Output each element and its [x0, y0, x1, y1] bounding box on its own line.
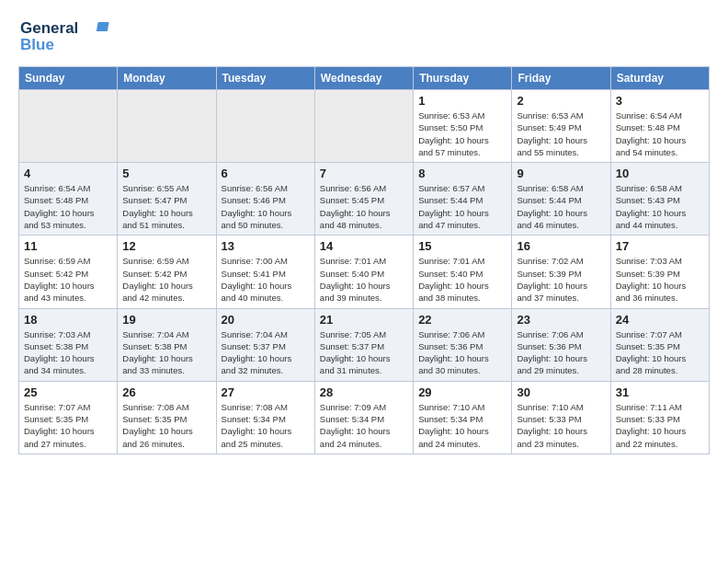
day-info: Sunrise: 6:53 AM Sunset: 5:49 PM Dayligh…	[517, 109, 605, 158]
day-info: Sunrise: 7:03 AM Sunset: 5:38 PM Dayligh…	[24, 328, 112, 377]
calendar-day-23: 23Sunrise: 7:06 AM Sunset: 5:36 PM Dayli…	[512, 308, 610, 381]
calendar-day-7: 7Sunrise: 6:56 AM Sunset: 5:45 PM Daylig…	[314, 163, 413, 236]
day-number: 19	[122, 313, 210, 327]
calendar-day-11: 11Sunrise: 6:59 AM Sunset: 5:42 PM Dayli…	[19, 236, 118, 308]
day-info: Sunrise: 7:08 AM Sunset: 5:35 PM Dayligh…	[122, 401, 210, 450]
day-info: Sunrise: 6:55 AM Sunset: 5:47 PM Dayligh…	[122, 182, 210, 231]
day-number: 28	[320, 385, 408, 399]
day-number: 14	[320, 239, 408, 253]
calendar-day-30: 30Sunrise: 7:10 AM Sunset: 5:33 PM Dayli…	[512, 381, 610, 454]
day-number: 26	[122, 385, 210, 399]
calendar-week-row: 18Sunrise: 7:03 AM Sunset: 5:38 PM Dayli…	[19, 308, 710, 381]
day-number: 20	[222, 313, 310, 327]
logo-text: General Blue	[18, 15, 119, 59]
weekday-header-tuesday: Tuesday	[216, 67, 314, 90]
calendar-day-empty	[314, 90, 413, 163]
day-number: 16	[517, 239, 605, 253]
day-info: Sunrise: 6:54 AM Sunset: 5:48 PM Dayligh…	[24, 182, 112, 231]
logo: General Blue	[18, 15, 119, 59]
calendar-week-row: 4Sunrise: 6:54 AM Sunset: 5:48 PM Daylig…	[19, 163, 710, 236]
day-number: 1	[418, 94, 506, 108]
calendar-day-3: 3Sunrise: 6:54 AM Sunset: 5:48 PM Daylig…	[610, 90, 709, 163]
day-number: 15	[418, 239, 506, 253]
day-info: Sunrise: 7:01 AM Sunset: 5:40 PM Dayligh…	[418, 255, 506, 304]
day-number: 17	[616, 239, 704, 253]
calendar-day-27: 27Sunrise: 7:08 AM Sunset: 5:34 PM Dayli…	[216, 381, 314, 454]
day-info: Sunrise: 6:58 AM Sunset: 5:43 PM Dayligh…	[616, 182, 704, 231]
calendar-week-row: 25Sunrise: 7:07 AM Sunset: 5:35 PM Dayli…	[19, 381, 710, 454]
day-number: 13	[222, 239, 310, 253]
day-number: 8	[418, 167, 506, 180]
calendar-day-19: 19Sunrise: 7:04 AM Sunset: 5:38 PM Dayli…	[118, 308, 216, 381]
day-info: Sunrise: 7:02 AM Sunset: 5:39 PM Dayligh…	[517, 255, 605, 304]
calendar-day-5: 5Sunrise: 6:55 AM Sunset: 5:47 PM Daylig…	[118, 163, 216, 236]
day-info: Sunrise: 6:56 AM Sunset: 5:45 PM Dayligh…	[320, 182, 408, 231]
day-number: 12	[122, 239, 210, 253]
calendar-day-28: 28Sunrise: 7:09 AM Sunset: 5:34 PM Dayli…	[314, 381, 413, 454]
day-info: Sunrise: 7:06 AM Sunset: 5:36 PM Dayligh…	[418, 328, 506, 377]
day-number: 23	[517, 313, 605, 327]
calendar-day-22: 22Sunrise: 7:06 AM Sunset: 5:36 PM Dayli…	[414, 308, 512, 381]
calendar-table: SundayMondayTuesdayWednesdayThursdayFrid…	[18, 66, 710, 454]
calendar-day-24: 24Sunrise: 7:07 AM Sunset: 5:35 PM Dayli…	[610, 308, 709, 381]
weekday-header-monday: Monday	[118, 67, 216, 90]
svg-text:Blue: Blue	[20, 36, 54, 53]
calendar-week-row: 11Sunrise: 6:59 AM Sunset: 5:42 PM Dayli…	[19, 236, 710, 308]
calendar-day-4: 4Sunrise: 6:54 AM Sunset: 5:48 PM Daylig…	[19, 163, 118, 236]
calendar-day-16: 16Sunrise: 7:02 AM Sunset: 5:39 PM Dayli…	[512, 236, 610, 308]
day-info: Sunrise: 6:54 AM Sunset: 5:48 PM Dayligh…	[616, 109, 704, 158]
day-number: 9	[517, 167, 605, 180]
day-info: Sunrise: 7:10 AM Sunset: 5:33 PM Dayligh…	[517, 401, 605, 450]
day-number: 22	[418, 313, 506, 327]
day-number: 11	[24, 239, 112, 253]
day-number: 31	[616, 385, 704, 399]
day-number: 7	[320, 167, 408, 180]
calendar-day-17: 17Sunrise: 7:03 AM Sunset: 5:39 PM Dayli…	[610, 236, 709, 308]
weekday-header-sunday: Sunday	[19, 67, 118, 90]
calendar-day-14: 14Sunrise: 7:01 AM Sunset: 5:40 PM Dayli…	[314, 236, 413, 308]
calendar-day-25: 25Sunrise: 7:07 AM Sunset: 5:35 PM Dayli…	[19, 381, 118, 454]
calendar-day-18: 18Sunrise: 7:03 AM Sunset: 5:38 PM Dayli…	[19, 308, 118, 381]
day-info: Sunrise: 6:58 AM Sunset: 5:44 PM Dayligh…	[517, 182, 605, 231]
day-info: Sunrise: 7:00 AM Sunset: 5:41 PM Dayligh…	[222, 255, 310, 304]
weekday-header-row: SundayMondayTuesdayWednesdayThursdayFrid…	[19, 67, 710, 90]
day-info: Sunrise: 7:05 AM Sunset: 5:37 PM Dayligh…	[320, 328, 408, 377]
day-number: 10	[616, 167, 704, 180]
page-container: General Blue SundayMondayTuesdayWednesda…	[0, 0, 728, 469]
weekday-header-friday: Friday	[512, 67, 610, 90]
day-number: 24	[616, 313, 704, 327]
day-info: Sunrise: 6:53 AM Sunset: 5:50 PM Dayligh…	[418, 109, 506, 158]
calendar-week-row: 1Sunrise: 6:53 AM Sunset: 5:50 PM Daylig…	[19, 90, 710, 163]
day-info: Sunrise: 7:08 AM Sunset: 5:34 PM Dayligh…	[222, 401, 310, 450]
calendar-day-15: 15Sunrise: 7:01 AM Sunset: 5:40 PM Dayli…	[414, 236, 512, 308]
calendar-day-9: 9Sunrise: 6:58 AM Sunset: 5:44 PM Daylig…	[512, 163, 610, 236]
day-number: 30	[517, 385, 605, 399]
calendar-day-empty	[19, 90, 118, 163]
day-number: 21	[320, 313, 408, 327]
day-info: Sunrise: 7:01 AM Sunset: 5:40 PM Dayligh…	[320, 255, 408, 304]
calendar-day-empty	[118, 90, 216, 163]
calendar-day-6: 6Sunrise: 6:56 AM Sunset: 5:46 PM Daylig…	[216, 163, 314, 236]
day-info: Sunrise: 7:09 AM Sunset: 5:34 PM Dayligh…	[320, 401, 408, 450]
weekday-header-saturday: Saturday	[610, 67, 709, 90]
calendar-day-2: 2Sunrise: 6:53 AM Sunset: 5:49 PM Daylig…	[512, 90, 610, 163]
calendar-day-21: 21Sunrise: 7:05 AM Sunset: 5:37 PM Dayli…	[314, 308, 413, 381]
day-info: Sunrise: 6:56 AM Sunset: 5:46 PM Dayligh…	[222, 182, 310, 231]
day-number: 2	[517, 94, 605, 108]
header: General Blue	[18, 15, 710, 59]
day-number: 4	[24, 167, 112, 180]
day-info: Sunrise: 7:06 AM Sunset: 5:36 PM Dayligh…	[517, 328, 605, 377]
calendar-day-8: 8Sunrise: 6:57 AM Sunset: 5:44 PM Daylig…	[414, 163, 512, 236]
calendar-day-12: 12Sunrise: 6:59 AM Sunset: 5:42 PM Dayli…	[118, 236, 216, 308]
calendar-day-26: 26Sunrise: 7:08 AM Sunset: 5:35 PM Dayli…	[118, 381, 216, 454]
day-number: 29	[418, 385, 506, 399]
calendar-day-empty	[216, 90, 314, 163]
weekday-header-thursday: Thursday	[414, 67, 512, 90]
day-info: Sunrise: 7:10 AM Sunset: 5:34 PM Dayligh…	[418, 401, 506, 450]
calendar-day-29: 29Sunrise: 7:10 AM Sunset: 5:34 PM Dayli…	[414, 381, 512, 454]
day-number: 5	[122, 167, 210, 180]
day-info: Sunrise: 7:07 AM Sunset: 5:35 PM Dayligh…	[24, 401, 112, 450]
day-number: 25	[24, 385, 112, 399]
day-info: Sunrise: 7:03 AM Sunset: 5:39 PM Dayligh…	[616, 255, 704, 304]
day-info: Sunrise: 7:11 AM Sunset: 5:33 PM Dayligh…	[616, 401, 704, 450]
